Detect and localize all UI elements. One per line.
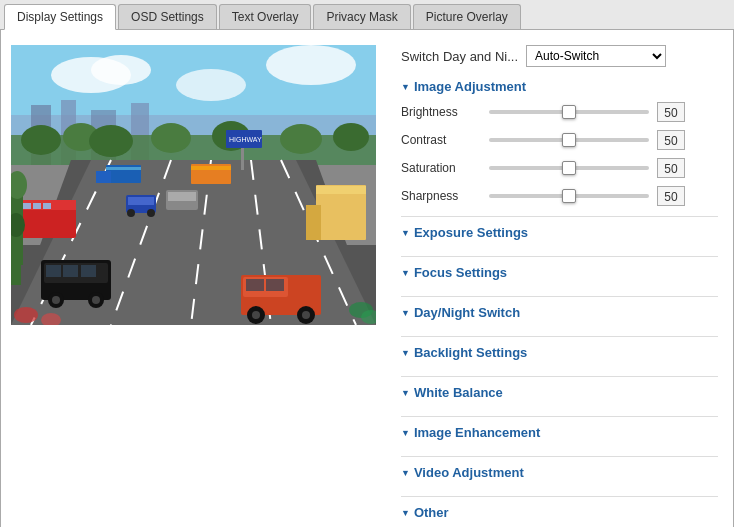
svg-point-69 (14, 307, 38, 323)
switch-day-night-select[interactable]: Auto-Switch Day Night (526, 45, 666, 67)
sharpness-row: Sharpness 50 (401, 186, 718, 206)
video-adjustment-section: Video Adjustment (401, 456, 718, 496)
saturation-slider[interactable] (489, 166, 649, 170)
svg-rect-37 (128, 197, 154, 205)
svg-rect-34 (33, 203, 41, 209)
svg-point-53 (92, 296, 100, 304)
white-balance-header[interactable]: White Balance (401, 385, 718, 400)
day-night-switch-header[interactable]: Day/Night Switch (401, 305, 718, 320)
image-adjustment-header[interactable]: Image Adjustment (401, 79, 718, 94)
svg-rect-47 (46, 265, 61, 277)
svg-point-4 (266, 45, 356, 85)
main-content: HIGHWAY Switch Day and Ni... Auto-Switch… (0, 30, 734, 527)
svg-point-63 (11, 171, 27, 199)
contrast-label: Contrast (401, 133, 481, 147)
svg-rect-33 (23, 203, 31, 209)
backlight-settings-header[interactable]: Backlight Settings (401, 345, 718, 360)
svg-point-51 (52, 296, 60, 304)
svg-rect-41 (168, 192, 196, 201)
tab-bar: Display Settings OSD Settings Text Overl… (0, 0, 734, 30)
svg-rect-49 (81, 265, 96, 277)
svg-point-39 (147, 209, 155, 217)
svg-rect-48 (63, 265, 78, 277)
svg-point-13 (89, 125, 133, 157)
exposure-settings-header[interactable]: Exposure Settings (401, 225, 718, 240)
focus-settings-section: Focus Settings (401, 256, 718, 296)
svg-rect-56 (246, 279, 264, 291)
saturation-value: 50 (657, 158, 685, 178)
backlight-settings-section: Backlight Settings (401, 336, 718, 376)
contrast-slider[interactable] (489, 138, 649, 142)
svg-point-17 (333, 123, 369, 151)
svg-point-59 (252, 311, 260, 319)
other-header[interactable]: Other (401, 505, 718, 520)
sharpness-value: 50 (657, 186, 685, 206)
tab-picture-overlay[interactable]: Picture Overlay (413, 4, 521, 29)
contrast-value: 50 (657, 130, 685, 150)
saturation-label: Saturation (401, 161, 481, 175)
brightness-value: 50 (657, 102, 685, 122)
brightness-row: Brightness 50 (401, 102, 718, 122)
svg-rect-30 (191, 166, 231, 170)
tab-display-settings[interactable]: Display Settings (4, 4, 116, 30)
tab-text-overlay[interactable]: Text Overlay (219, 4, 312, 29)
white-balance-section: White Balance (401, 376, 718, 416)
svg-rect-35 (43, 203, 51, 209)
svg-rect-43 (306, 205, 321, 240)
svg-point-14 (151, 123, 191, 153)
saturation-row: Saturation 50 (401, 158, 718, 178)
contrast-row: Contrast 50 (401, 130, 718, 150)
svg-point-2 (91, 55, 151, 85)
svg-point-61 (302, 311, 310, 319)
svg-rect-27 (106, 167, 141, 170)
svg-point-16 (280, 124, 322, 154)
camera-preview: HIGHWAY (11, 45, 376, 325)
video-adjustment-header[interactable]: Video Adjustment (401, 465, 718, 480)
svg-point-11 (21, 125, 61, 155)
tab-osd-settings[interactable]: OSD Settings (118, 4, 217, 29)
switch-day-night-label: Switch Day and Ni... (401, 49, 518, 64)
image-enhancement-header[interactable]: Image Enhancement (401, 425, 718, 440)
settings-panel: Switch Day and Ni... Auto-Switch Day Nig… (386, 40, 723, 527)
svg-text:HIGHWAY: HIGHWAY (229, 136, 262, 143)
image-enhancement-section: Image Enhancement (401, 416, 718, 456)
svg-point-3 (176, 69, 246, 101)
other-section: Other (401, 496, 718, 527)
brightness-label: Brightness (401, 105, 481, 119)
svg-rect-57 (266, 279, 284, 291)
exposure-settings-section: Exposure Settings (401, 216, 718, 256)
svg-rect-44 (316, 186, 366, 194)
svg-point-38 (127, 209, 135, 217)
image-adjustment-section: Image Adjustment Brightness 50 Contrast … (401, 79, 718, 206)
focus-settings-header[interactable]: Focus Settings (401, 265, 718, 280)
svg-rect-28 (96, 171, 111, 183)
tab-privacy-mask[interactable]: Privacy Mask (313, 4, 410, 29)
sharpness-slider[interactable] (489, 194, 649, 198)
switch-day-night-row: Switch Day and Ni... Auto-Switch Day Nig… (401, 45, 718, 67)
day-night-switch-section: Day/Night Switch (401, 296, 718, 336)
brightness-slider[interactable] (489, 110, 649, 114)
sharpness-label: Sharpness (401, 189, 481, 203)
